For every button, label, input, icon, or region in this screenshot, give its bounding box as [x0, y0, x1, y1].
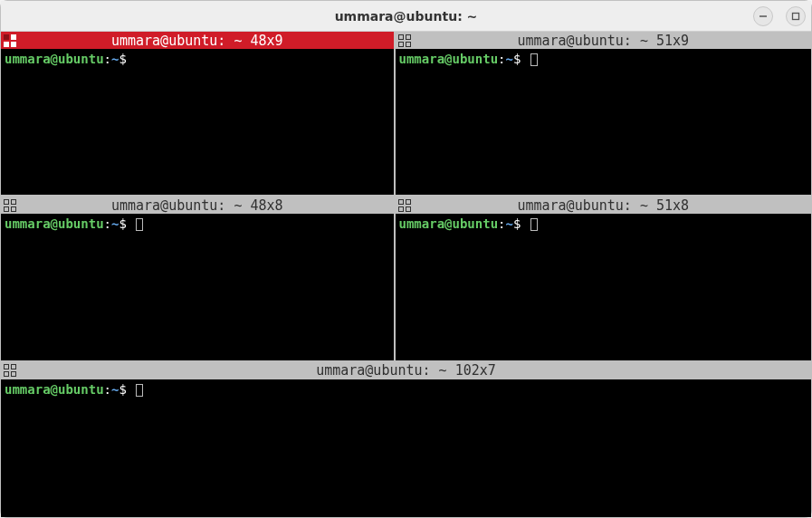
prompt-user: ummara: [399, 216, 445, 231]
prompt-colon: :: [498, 216, 505, 231]
terminal-panes-container: ummara@ubuntu: ~ 48x9 ummara@ubuntu:~$: [1, 32, 811, 517]
pane-row-1: ummara@ubuntu: ~ 48x9 ummara@ubuntu:~$: [1, 32, 811, 195]
pane-title-mid-right[interactable]: ummara@ubuntu: ~ 51x8: [396, 197, 812, 214]
svg-rect-16: [398, 206, 403, 211]
window-title: ummara@ubuntu: ~: [335, 9, 478, 24]
pane-split-icon: [4, 34, 16, 47]
cursor: [530, 218, 538, 231]
prompt-host: ubuntu: [453, 52, 499, 66]
cursor: [530, 53, 538, 66]
svg-rect-7: [406, 34, 410, 39]
svg-rect-15: [406, 199, 410, 204]
prompt-user: ummara: [399, 52, 445, 66]
pane-title-top-right[interactable]: ummara@ubuntu: ~ 51x9: [396, 32, 812, 49]
prompt-colon: :: [104, 52, 111, 66]
window-titlebar[interactable]: ummara@ubuntu: ~: [1, 1, 811, 32]
svg-rect-13: [12, 206, 16, 211]
svg-rect-11: [12, 199, 16, 204]
cursor: [136, 384, 143, 397]
pane-top-left[interactable]: ummara@ubuntu: ~ 48x9 ummara@ubuntu:~$: [1, 32, 394, 195]
prompt-user: ummara: [5, 382, 51, 397]
cursor: [136, 218, 143, 231]
maximize-button[interactable]: [786, 6, 806, 26]
svg-rect-6: [398, 34, 403, 39]
prompt-path: ~: [506, 52, 513, 66]
pane-body-top-left[interactable]: ummara@ubuntu:~$: [1, 49, 394, 195]
prompt-symbol: $: [119, 216, 126, 231]
pane-mid-left[interactable]: ummara@ubuntu: ~ 48x8 ummara@ubuntu:~$: [1, 197, 394, 360]
svg-rect-1: [793, 13, 799, 19]
prompt-at: @: [51, 216, 58, 231]
pane-title-top-left[interactable]: ummara@ubuntu: ~ 48x9: [1, 32, 394, 49]
pane-title-text: ummara@ubuntu: ~ 51x9: [517, 33, 689, 49]
svg-rect-4: [4, 42, 9, 47]
window-frame: ummara@ubuntu: ~: [0, 0, 812, 518]
svg-rect-5: [11, 42, 16, 47]
pane-body-bottom[interactable]: ummara@ubuntu:~$: [1, 379, 811, 517]
pane-row-3: ummara@ubuntu: ~ 102x7 ummara@ubuntu:~$: [1, 362, 811, 517]
svg-rect-19: [12, 365, 16, 369]
window-controls: [753, 6, 806, 26]
pane-top-right[interactable]: ummara@ubuntu: ~ 51x9 ummara@ubuntu:~$: [396, 32, 812, 195]
svg-rect-10: [5, 199, 9, 204]
minimize-button[interactable]: [753, 6, 773, 26]
pane-title-mid-left[interactable]: ummara@ubuntu: ~ 48x8: [1, 197, 394, 214]
prompt-host: ubuntu: [58, 382, 104, 397]
prompt-colon: :: [498, 52, 505, 66]
prompt-user: ummara: [5, 216, 51, 231]
prompt-at: @: [444, 216, 452, 231]
pane-title-text: ummara@ubuntu: ~ 51x8: [517, 197, 689, 214]
prompt-colon: :: [104, 382, 111, 397]
svg-rect-18: [5, 365, 9, 369]
pane-split-icon: [398, 34, 411, 47]
svg-rect-21: [12, 372, 16, 377]
pane-split-icon: [4, 364, 16, 377]
pane-split-icon: [398, 199, 411, 212]
prompt-symbol: $: [119, 382, 126, 397]
prompt-host: ubuntu: [453, 216, 499, 231]
pane-body-mid-right[interactable]: ummara@ubuntu:~$: [396, 214, 812, 360]
svg-rect-3: [11, 34, 16, 40]
pane-title-bottom[interactable]: ummara@ubuntu: ~ 102x7: [1, 362, 811, 379]
pane-title-text: ummara@ubuntu: ~ 102x7: [316, 362, 496, 379]
pane-title-text: ummara@ubuntu: ~ 48x9: [111, 33, 283, 49]
prompt-host: ubuntu: [58, 52, 104, 66]
pane-mid-right[interactable]: ummara@ubuntu: ~ 51x8 ummara@ubuntu:~$: [396, 197, 812, 360]
pane-title-text: ummara@ubuntu: ~ 48x8: [111, 197, 283, 214]
prompt-at: @: [51, 382, 58, 397]
prompt-host: ubuntu: [58, 216, 104, 231]
svg-rect-14: [398, 199, 403, 204]
pane-bottom[interactable]: ummara@ubuntu: ~ 102x7 ummara@ubuntu:~$: [1, 362, 811, 517]
prompt-at: @: [444, 52, 452, 66]
svg-rect-8: [398, 42, 403, 46]
svg-rect-12: [5, 206, 9, 211]
prompt-symbol: $: [513, 216, 521, 231]
prompt-user: ummara: [5, 52, 51, 66]
prompt-path: ~: [506, 216, 513, 231]
pane-split-icon: [4, 199, 16, 212]
svg-rect-9: [406, 42, 410, 46]
svg-rect-17: [406, 206, 410, 211]
pane-row-2: ummara@ubuntu: ~ 48x8 ummara@ubuntu:~$: [1, 197, 811, 360]
pane-body-top-right[interactable]: ummara@ubuntu:~$: [396, 49, 812, 195]
svg-rect-20: [5, 372, 9, 377]
prompt-symbol: $: [513, 52, 521, 66]
pane-body-mid-left[interactable]: ummara@ubuntu:~$: [1, 214, 394, 360]
prompt-at: @: [51, 52, 58, 66]
svg-rect-2: [4, 34, 9, 40]
prompt-colon: :: [104, 216, 111, 231]
prompt-symbol: $: [119, 52, 126, 66]
